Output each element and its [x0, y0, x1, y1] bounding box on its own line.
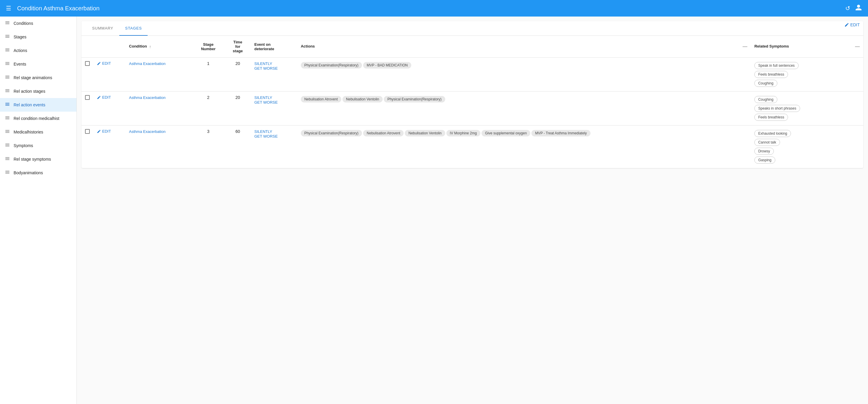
time-for-stage-2: 20 — [225, 92, 251, 125]
time-for-stage-3: 60 — [225, 125, 251, 168]
sidebar-label-stages: Stages — [13, 35, 27, 39]
symptom-chip: Feels breathless — [754, 71, 788, 78]
symptoms-cell-2: CoughingSpeaks in short phrasesFeels bre… — [751, 92, 863, 125]
row-checkbox-3[interactable] — [85, 129, 90, 134]
action-chip: Nebulisation Ventolin — [342, 96, 383, 102]
th-actions: Actions — — [297, 36, 751, 58]
stages-table-wrap: Condition ↑ StageNumber Timeforstage Eve… — [82, 36, 863, 168]
stage-number-3: 3 — [192, 125, 225, 168]
sidebar-icon-events — [5, 61, 10, 67]
action-chip: Give supplemental oxygen — [482, 130, 530, 136]
sidebar-icon-bodyanimations — [5, 169, 10, 176]
stage-number-1: 1 — [192, 58, 225, 92]
sidebar-icon-actions — [5, 47, 10, 54]
tab-stages[interactable]: STAGES — [119, 21, 148, 36]
edit-row-2[interactable]: EDIT — [97, 95, 122, 99]
sidebar: Conditions Stages Actions Events Rel sta — [0, 17, 77, 404]
actions-cell-3: Physical Examination(Respiratory)Nebulis… — [297, 125, 751, 168]
action-chip: MVP - Treat Asthma Immediately — [531, 130, 590, 136]
collapse-symptoms-icon[interactable]: — — [855, 44, 860, 49]
sidebar-icon-conditions — [5, 20, 10, 27]
symptom-chip: Speaks in short phrases — [754, 105, 800, 112]
stages-table: Condition ↑ StageNumber Timeforstage Eve… — [82, 36, 863, 168]
sidebar-label-rel-action-events: Rel action events — [13, 102, 45, 107]
sidebar-label-rel-stage-animations: Rel stage animations — [13, 75, 52, 80]
table-row: EDIT Asthma Exacerbation120SILENTLYGET W… — [82, 58, 863, 92]
sidebar-icon-rel-action-stages — [5, 88, 10, 94]
sidebar-item-medicalhistories[interactable]: Medicalhistories — [0, 125, 76, 139]
sidebar-icon-stages — [5, 34, 10, 40]
sidebar-item-rel-stage-animations[interactable]: Rel stage animations — [0, 71, 76, 85]
sidebar-item-actions[interactable]: Actions — [0, 44, 76, 57]
sort-icon: ↑ — [149, 44, 151, 49]
edit-button-top[interactable]: EDIT — [842, 21, 862, 28]
sidebar-label-rel-condition-medicalhist: Rel condition medicalhist — [13, 116, 59, 121]
topbar-title: Condition Asthma Exacerbation — [17, 5, 845, 12]
edit-row-3[interactable]: EDIT — [97, 129, 122, 133]
refresh-icon[interactable]: ↺ — [845, 5, 850, 12]
sidebar-item-rel-stage-symptoms[interactable]: Rel stage symptoms — [0, 152, 76, 166]
topbar: ☰ Condition Asthma Exacerbation ↺ — [0, 0, 868, 17]
symptoms-cell-1: Speak in full sentencesFeels breathlessC… — [751, 58, 863, 92]
symptom-chip: Speak in full sentences — [754, 62, 798, 69]
table-header-row: Condition ↑ StageNumber Timeforstage Eve… — [82, 36, 863, 58]
sidebar-item-rel-condition-medicalhist[interactable]: Rel condition medicalhist — [0, 112, 76, 125]
tab-summary[interactable]: SUMMARY — [86, 21, 119, 36]
sidebar-item-symptoms[interactable]: Symptoms — [0, 139, 76, 152]
account-icon[interactable] — [855, 4, 862, 13]
th-related-symptoms: Related Symptoms — — [751, 36, 863, 58]
sidebar-icon-symptoms — [5, 142, 10, 149]
menu-icon[interactable]: ☰ — [6, 5, 11, 12]
condition-link-1[interactable]: Asthma Exacerbation — [129, 61, 166, 66]
action-chip: MVP - BAD MEDICATION — [363, 62, 411, 68]
event-deteriorate-1: SILENTLYGET WORSE — [254, 61, 278, 70]
sidebar-icon-rel-condition-medicalhist — [5, 115, 10, 122]
sidebar-item-rel-action-events[interactable]: Rel action events — [0, 98, 76, 112]
sidebar-icon-rel-action-events — [5, 102, 10, 108]
sidebar-label-conditions: Conditions — [13, 21, 33, 26]
layout: Conditions Stages Actions Events Rel sta — [0, 0, 868, 404]
symptom-chip: Coughing — [754, 96, 777, 103]
row-checkbox-2[interactable] — [85, 95, 90, 100]
th-edit — [93, 36, 125, 58]
sidebar-item-rel-action-stages[interactable]: Rel action stages — [0, 85, 76, 98]
th-stage-number: StageNumber — [192, 36, 225, 58]
time-for-stage-1: 20 — [225, 58, 251, 92]
action-chip: Physical Examination(Respiratory) — [301, 62, 362, 68]
action-chip: Physical Examination(Respiratory) — [301, 130, 362, 136]
stage-number-2: 2 — [192, 92, 225, 125]
sidebar-label-actions: Actions — [13, 48, 27, 53]
sidebar-label-rel-action-stages: Rel action stages — [13, 89, 45, 94]
edit-label: EDIT — [850, 23, 860, 27]
condition-link-2[interactable]: Asthma Exacerbation — [129, 95, 166, 100]
symptom-chip: Feels breathless — [754, 114, 788, 121]
main-content: SUMMARY STAGES Condition ↑ Stag — [77, 17, 868, 404]
sidebar-icon-rel-stage-animations — [5, 74, 10, 81]
actions-cell-2: Nebulisation AtroventNebulisation Ventol… — [297, 92, 751, 125]
symptom-chip: Cannot talk — [754, 139, 780, 146]
table-row: EDIT Asthma Exacerbation360SILENTLYGET W… — [82, 125, 863, 168]
sidebar-item-events[interactable]: Events — [0, 57, 76, 71]
sidebar-icon-rel-stage-symptoms — [5, 156, 10, 162]
th-select — [82, 36, 93, 58]
collapse-actions-icon[interactable]: — — [743, 44, 747, 49]
condition-link-3[interactable]: Asthma Exacerbation — [129, 129, 166, 134]
row-checkbox-1[interactable] — [85, 61, 90, 66]
sidebar-label-symptoms: Symptoms — [13, 143, 33, 148]
sidebar-item-bodyanimations[interactable]: Bodyanimations — [0, 166, 76, 180]
main-card: SUMMARY STAGES Condition ↑ Stag — [82, 21, 863, 168]
action-chip: Nebulisation Ventolin — [405, 130, 445, 136]
symptom-chip: Gasping — [754, 157, 775, 164]
sidebar-label-bodyanimations: Bodyanimations — [13, 170, 43, 175]
event-deteriorate-3: SILENTLYGET WORSE — [254, 129, 278, 138]
symptom-chip: Exhausted looking — [754, 130, 791, 137]
symptom-chip: Drowsy — [754, 148, 774, 155]
th-condition[interactable]: Condition ↑ — [125, 36, 192, 58]
sidebar-item-stages[interactable]: Stages — [0, 30, 76, 44]
sidebar-item-conditions[interactable]: Conditions — [0, 17, 76, 30]
edit-row-1[interactable]: EDIT — [97, 61, 122, 66]
th-time-for-stage: Timeforstage — [225, 36, 251, 58]
table-row: EDIT Asthma Exacerbation220SILENTLYGET W… — [82, 92, 863, 125]
tabs-bar: SUMMARY STAGES — [82, 21, 863, 36]
action-chip: Nebulisation Atrovent — [363, 130, 404, 136]
